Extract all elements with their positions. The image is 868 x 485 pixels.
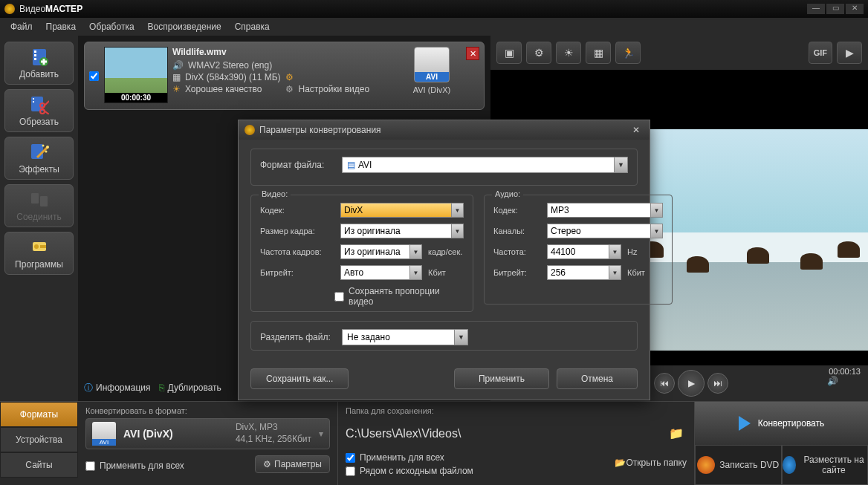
chevron-down-icon: ▾ bbox=[319, 429, 323, 439]
format-caption: AVI (DivX) bbox=[402, 85, 461, 94]
save-path: C:\Users\Alex\Videos\ bbox=[346, 427, 663, 440]
dialog-titlebar[interactable]: Параметры конвертирования ✕ bbox=[239, 120, 650, 140]
keep-aspect-check[interactable]: Сохранять пропорции видео bbox=[334, 286, 464, 307]
app-title: ВидеоМАСТЕР bbox=[19, 4, 82, 14]
speed-tool-button[interactable]: 🏃 bbox=[615, 42, 641, 64]
convert-button[interactable]: Конвертировать bbox=[695, 402, 868, 445]
save-panel-header: Папка для сохранения: bbox=[346, 406, 687, 415]
dialog-title: Параметры конвертирования bbox=[259, 125, 381, 135]
cancel-button[interactable]: Отмена bbox=[557, 368, 638, 389]
file-icon: ▤ bbox=[347, 160, 355, 170]
dialog-logo-icon bbox=[244, 125, 255, 135]
play-button[interactable]: ▶ bbox=[678, 370, 705, 397]
audio-freq-select[interactable]: 44100▼ bbox=[547, 244, 621, 259]
upload-button[interactable]: Разместить на сайте bbox=[782, 445, 869, 485]
snapshot-button[interactable]: ▶ bbox=[837, 42, 862, 64]
format-badge: AVI bbox=[415, 72, 449, 82]
file-name: Wildlife.wmv bbox=[172, 47, 398, 57]
apply-button[interactable]: Применить bbox=[454, 368, 549, 389]
film-tool-button[interactable]: ▦ bbox=[586, 42, 611, 64]
svg-rect-6 bbox=[41, 61, 47, 63]
gear-icon: ⚙ bbox=[285, 84, 294, 94]
sidebar-join-button[interactable]: Соединить bbox=[4, 184, 74, 227]
tab-formats[interactable]: Форматы bbox=[0, 402, 78, 427]
add-icon bbox=[29, 47, 50, 68]
apply-all-check[interactable]: Применить для всех bbox=[85, 460, 184, 471]
sidebar-programs-button[interactable]: Программы bbox=[4, 232, 74, 275]
svg-rect-19 bbox=[31, 193, 39, 204]
gif-button[interactable]: GIF bbox=[809, 42, 832, 64]
sidebar-label: Соединить bbox=[16, 212, 62, 222]
menu-file[interactable]: Файл bbox=[4, 20, 39, 33]
save-next-to-src-check[interactable]: Рядом с исходным файлом bbox=[346, 466, 473, 476]
duplicate-link[interactable]: ⎘Дублировать bbox=[159, 383, 221, 393]
file-format-select[interactable]: ▤AVI▼ bbox=[342, 157, 628, 173]
info-link[interactable]: ⓘИнформация bbox=[84, 382, 150, 394]
file-remove-button[interactable]: ✕ bbox=[466, 47, 479, 60]
svg-rect-9 bbox=[33, 101, 34, 102]
save-as-button[interactable]: Сохранить как... bbox=[250, 368, 349, 389]
audio-bitrate-select[interactable]: 256▼ bbox=[547, 265, 621, 280]
sidebar: Добавить Обрезать Эффекты Соединить Прог… bbox=[0, 36, 78, 401]
audio-codec-select[interactable]: MP3▼ bbox=[547, 203, 663, 218]
video-codec-select[interactable]: DivX▼ bbox=[340, 203, 464, 218]
tab-sites[interactable]: Сайты bbox=[0, 452, 78, 478]
menu-edit[interactable]: Правка bbox=[40, 20, 82, 33]
sidebar-label: Программы bbox=[15, 259, 63, 270]
gear-tool-button[interactable]: ⚙ bbox=[526, 42, 551, 64]
video-bitrate-select[interactable]: Авто▼ bbox=[340, 265, 422, 280]
menu-process[interactable]: Обработка bbox=[83, 20, 140, 33]
menu-help[interactable]: Справка bbox=[229, 20, 276, 33]
menu-playback[interactable]: Воспроизведение bbox=[142, 20, 227, 33]
prev-button[interactable]: ⏮ bbox=[654, 373, 675, 394]
burn-dvd-button[interactable]: Записать DVD bbox=[695, 445, 782, 485]
svg-rect-1 bbox=[34, 51, 36, 53]
audio-channels-select[interactable]: Стерео▼ bbox=[547, 224, 663, 238]
sidebar-add-button[interactable]: Добавить bbox=[4, 42, 74, 85]
file-quality: Хорошее качество bbox=[185, 84, 262, 94]
sidebar-effects-button[interactable]: Эффекты bbox=[4, 137, 74, 180]
format-panel-header: Конвертировать в формат: bbox=[85, 406, 330, 415]
file-settings-link[interactable]: Настройки видео bbox=[298, 84, 369, 94]
open-folder-button[interactable]: 📂Открыть папку bbox=[615, 458, 687, 468]
dialog-close-button[interactable]: ✕ bbox=[629, 125, 644, 135]
audio-icon: 🔊 bbox=[172, 60, 184, 71]
file-thumbnail: 00:00:30 bbox=[104, 47, 168, 103]
video-fps-select[interactable]: Из оригинала▼ bbox=[340, 244, 422, 259]
sun-icon: ☀ bbox=[172, 84, 181, 94]
window-minimize-button[interactable]: — bbox=[807, 4, 825, 14]
svg-point-16 bbox=[46, 146, 49, 149]
sidebar-cut-button[interactable]: Обрезать bbox=[4, 89, 74, 132]
svg-point-18 bbox=[45, 151, 47, 153]
next-button[interactable]: ⏭ bbox=[707, 373, 728, 394]
video-icon: ▦ bbox=[172, 72, 181, 82]
crop-tool-button[interactable]: ▣ bbox=[496, 42, 522, 64]
format-tabs: Форматы Устройства Сайты bbox=[0, 402, 78, 485]
window-maximize-button[interactable]: ▭ bbox=[826, 4, 844, 14]
gear-icon[interactable]: ⚙ bbox=[285, 72, 294, 82]
svg-rect-2 bbox=[34, 54, 36, 56]
titlebar: ВидеоМАСТЕР — ▭ ✕ bbox=[0, 0, 868, 18]
file-checkbox[interactable] bbox=[89, 71, 99, 81]
params-button[interactable]: ⚙Параметры bbox=[255, 455, 330, 473]
sidebar-label: Добавить bbox=[19, 69, 59, 79]
svg-rect-23 bbox=[40, 245, 46, 248]
key-icon bbox=[29, 237, 50, 258]
volume-icon[interactable]: 🔊 bbox=[827, 376, 838, 386]
browse-folder-button[interactable]: 📁 bbox=[669, 426, 687, 441]
split-select[interactable]: Не задано▼ bbox=[342, 329, 468, 345]
app-logo-icon bbox=[4, 4, 15, 14]
dvd-icon bbox=[697, 456, 715, 474]
file-card[interactable]: 00:00:30 Wildlife.wmv 🔊WMAV2 Stereo (eng… bbox=[84, 42, 485, 110]
format-select-button[interactable]: AVI AVI (DivX) DivX, MP3 44,1 KHz, 256Кб… bbox=[85, 418, 330, 449]
sidebar-label: Обрезать bbox=[19, 117, 59, 127]
svg-rect-20 bbox=[40, 196, 48, 206]
file-format[interactable]: AVI AVI (DivX) bbox=[402, 47, 461, 105]
brightness-tool-button[interactable]: ☀ bbox=[556, 42, 581, 64]
save-apply-all-check[interactable]: Применить для всех bbox=[346, 452, 473, 463]
file-duration: 00:00:30 bbox=[105, 93, 167, 102]
tab-devices[interactable]: Устройства bbox=[0, 427, 78, 452]
folder-icon: 📂 bbox=[615, 458, 626, 468]
window-close-button[interactable]: ✕ bbox=[846, 4, 864, 14]
video-size-select[interactable]: Из оригинала▼ bbox=[340, 224, 464, 238]
